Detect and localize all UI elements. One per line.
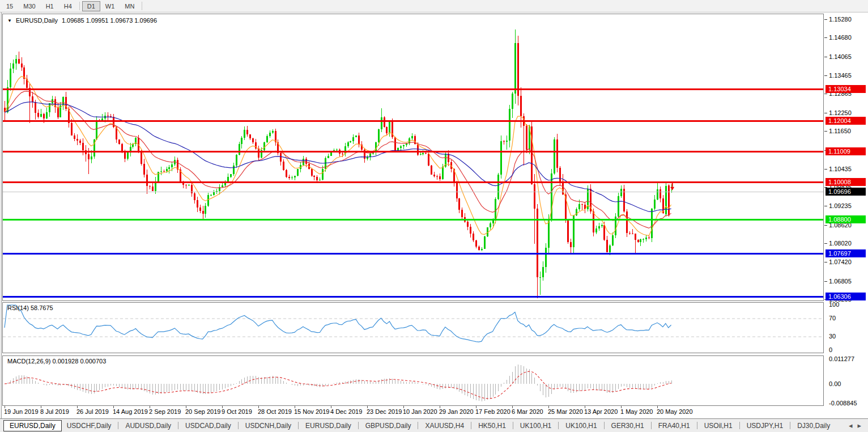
chart-tab-eurusd-daily[interactable]: EURUSD,Daily (3, 420, 62, 431)
chart-dropdown-icon[interactable]: ▼ (7, 18, 12, 23)
price-tick-label: 1.15280 (829, 16, 852, 23)
mt4-terminal: { "toolbar": { "timeframes": ["15","M30"… (0, 0, 868, 432)
timeframe-button-mn[interactable]: MN (120, 1, 139, 11)
chart-tab-eurusd-daily[interactable]: EURUSD,Daily (300, 420, 356, 431)
price-tick-mark (824, 19, 827, 20)
chart-title: ▼ EURUSD,Daily 1.09685 1.09951 1.09673 1… (7, 17, 157, 24)
chart-tab-dj30-daily[interactable]: DJ30,Daily (792, 420, 835, 431)
rsi-indicator-pane[interactable] (2, 302, 824, 353)
chart-tab-ger30-h1[interactable]: GER30,H1 (606, 420, 649, 431)
tab-separator (238, 422, 239, 429)
tab-separator (298, 422, 299, 429)
price-tick-mark (824, 113, 827, 113)
price-tick-label: 1.12250 (829, 109, 852, 117)
tab-separator (178, 422, 178, 429)
price-tick-mark (824, 37, 827, 38)
hline-price-label: 1.13034 (826, 85, 866, 93)
tab-scroll-nav: ◂ ▸ (849, 421, 868, 430)
chart-tab-usdjpy-h1[interactable]: USDJPY,H1 (742, 420, 788, 431)
timeframe-toolbar: 15M30H1H4D1W1MN (0, 0, 868, 12)
timeframe-button-h4[interactable]: H4 (59, 1, 77, 11)
date-label: 26 Jul 2019 (76, 408, 109, 415)
price-tick-label: 1.13465 (829, 72, 852, 79)
date-label: 2 Sep 2019 (149, 408, 181, 415)
tab-separator (697, 422, 697, 429)
date-label: 1 May 2020 (620, 408, 653, 415)
chart-tab-gbpusd-daily[interactable]: GBPUSD,Daily (360, 420, 416, 431)
price-tick-mark (824, 225, 827, 226)
price-tick-label: 1.09235 (829, 202, 852, 210)
date-label: 28 Oct 2019 (258, 408, 292, 415)
price-chart-canvas[interactable] (3, 14, 823, 300)
macd-indicator-pane[interactable] (2, 355, 824, 406)
price-tick-label: 1.11650 (829, 128, 851, 135)
chart-tab-audusd-daily[interactable]: AUDUSD,Daily (120, 420, 176, 431)
tab-separator (558, 422, 559, 429)
rsi-level-label: 100 (829, 301, 839, 308)
rsi-canvas[interactable] (3, 303, 823, 353)
tab-separator (118, 422, 118, 429)
price-tick-label: 1.06805 (829, 278, 852, 285)
rsi-label: RSI(14) 58.7675 (7, 304, 53, 311)
price-tick-label: 1.08020 (829, 240, 852, 247)
date-label: 19 Jun 2019 (4, 408, 39, 415)
date-label: 20 Sep 2019 (185, 408, 220, 415)
macd-canvas[interactable] (3, 356, 823, 405)
price-tick-mark (824, 262, 827, 262)
date-label: 20 May 2020 (657, 408, 693, 415)
tab-separator (418, 422, 418, 429)
date-label: 10 Jan 2020 (403, 408, 437, 415)
toolbar-divider (142, 2, 142, 10)
rsi-level-label: 70 (829, 315, 836, 322)
chart-tab-usoil-h1[interactable]: USOil,H1 (699, 420, 738, 431)
timeframe-button-15[interactable]: 15 (1, 1, 18, 11)
price-tick-label: 1.14680 (829, 34, 852, 41)
timeframe-button-w1[interactable]: W1 (100, 1, 120, 11)
timeframe-button-d1[interactable]: D1 (82, 1, 100, 11)
chart-tab-usdcnh-daily[interactable]: USDCNH,Daily (240, 420, 296, 431)
chart-tab-uk100-h1[interactable]: UK100,H1 (560, 420, 602, 431)
chart-ohlc-values: 1.09685 1.09951 1.09673 1.09696 (62, 17, 157, 24)
chart-tab-bar: EURUSD,DailyUSDCHF,DailyAUDUSD,DailyUSDC… (0, 418, 868, 432)
chart-window-frame (0, 12, 2, 418)
date-label: 25 Mar 2020 (548, 408, 583, 415)
hline-price-label: 1.10008 (826, 178, 866, 186)
price-tick-mark (824, 281, 827, 282)
date-label: 13 Apr 2020 (584, 408, 618, 415)
price-tick-mark (824, 131, 827, 132)
tab-separator (790, 422, 790, 429)
timeframe-button-m30[interactable]: M30 (18, 1, 40, 11)
price-tick-mark (824, 243, 827, 244)
date-label: 15 Nov 2019 (294, 408, 329, 415)
price-tick-label: 1.14065 (829, 53, 852, 61)
chart-tab-fra40-h1[interactable]: FRA40,H1 (653, 420, 695, 431)
chart-tab-xauusd-h4[interactable]: XAUUSD,H4 (420, 420, 469, 431)
price-tick-mark (824, 169, 827, 170)
tab-scroll-left-icon[interactable]: ◂ (849, 421, 853, 430)
price-chart-pane[interactable] (2, 14, 824, 301)
tab-separator (471, 422, 471, 429)
tab-separator (739, 422, 740, 429)
price-tick-label: 1.07420 (829, 259, 852, 266)
hline-price-label: 1.07697 (826, 249, 866, 257)
tab-scroll-right-icon[interactable]: ▸ (857, 421, 861, 430)
bid-price-label: 1.09696 (826, 188, 866, 196)
timeframe-button-h1[interactable]: H1 (41, 1, 59, 11)
date-label: 17 Feb 2020 (475, 408, 510, 415)
toolbar-divider (79, 2, 80, 10)
price-tick-mark (824, 57, 827, 57)
chart-tab-usdchf-daily[interactable]: USDCHF,Daily (62, 420, 117, 431)
chart-tab-uk100-h1[interactable]: UK100,H1 (515, 420, 556, 431)
chart-tab-hk50-h1[interactable]: HK50,H1 (473, 420, 511, 431)
chart-tab-usdcad-daily[interactable]: USDCAD,Daily (180, 420, 236, 431)
macd-label: MACD(12,26,9) 0.001928 0.000703 (7, 358, 106, 365)
date-label: 6 Mar 2020 (512, 408, 543, 415)
date-label: 14 Aug 2019 (113, 408, 148, 415)
date-label: 29 Jan 2020 (439, 408, 474, 415)
macd-level-label: -0.008845 (829, 400, 857, 407)
tab-separator (513, 422, 513, 429)
macd-level-label: 0.011277 (829, 355, 854, 363)
hline-price-label: 1.08800 (826, 215, 866, 223)
hline-price-label: 1.12004 (826, 117, 866, 125)
price-tick-mark (824, 206, 827, 206)
